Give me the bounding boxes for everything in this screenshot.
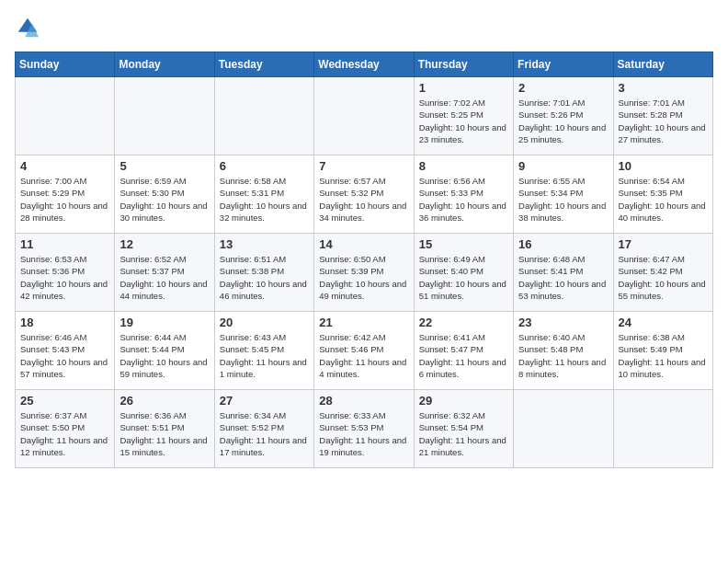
- calendar-cell: 17Sunrise: 6:47 AMSunset: 5:42 PMDayligh…: [613, 234, 712, 312]
- calendar-cell: [214, 77, 313, 155]
- day-number: 21: [319, 316, 408, 329]
- calendar-cell: 23Sunrise: 6:40 AMSunset: 5:48 PMDayligh…: [514, 312, 613, 390]
- day-number: 28: [319, 394, 408, 408]
- day-number: 3: [619, 81, 708, 95]
- day-detail: Sunrise: 6:55 AMSunset: 5:34 PMDaylight:…: [518, 175, 608, 224]
- calendar-cell: 12Sunrise: 6:52 AMSunset: 5:37 PMDayligh…: [115, 234, 214, 312]
- calendar-cell: [314, 77, 414, 155]
- day-detail: Sunrise: 6:33 AMSunset: 5:53 PMDaylight:…: [319, 409, 408, 458]
- calendar-cell: 6Sunrise: 6:58 AMSunset: 5:31 PMDaylight…: [214, 155, 313, 234]
- calendar-cell: [16, 77, 115, 155]
- day-number: 12: [119, 237, 209, 251]
- day-detail: Sunrise: 6:43 AMSunset: 5:45 PMDaylight:…: [220, 331, 309, 380]
- weekday-header-wednesday: Wednesday: [314, 52, 414, 77]
- day-number: 14: [319, 237, 408, 251]
- week-row-5: 25Sunrise: 6:37 AMSunset: 5:50 PMDayligh…: [16, 390, 713, 468]
- calendar-cell: 11Sunrise: 6:53 AMSunset: 5:36 PMDayligh…: [16, 234, 115, 312]
- day-number: 5: [119, 159, 209, 173]
- weekday-header-thursday: Thursday: [414, 52, 513, 77]
- day-detail: Sunrise: 6:49 AMSunset: 5:40 PMDaylight:…: [419, 253, 508, 302]
- day-number: 2: [518, 81, 608, 95]
- calendar-cell: 7Sunrise: 6:57 AMSunset: 5:32 PMDaylight…: [314, 155, 414, 234]
- day-detail: Sunrise: 6:56 AMSunset: 5:33 PMDaylight:…: [419, 175, 508, 224]
- calendar-cell: 16Sunrise: 6:48 AMSunset: 5:41 PMDayligh…: [514, 234, 613, 312]
- day-detail: Sunrise: 6:41 AMSunset: 5:47 PMDaylight:…: [419, 331, 508, 380]
- day-number: 1: [419, 81, 508, 95]
- logo-icon: [15, 15, 40, 40]
- weekday-header-monday: Monday: [115, 52, 214, 77]
- day-number: 10: [619, 159, 708, 173]
- calendar-cell: 20Sunrise: 6:43 AMSunset: 5:45 PMDayligh…: [214, 312, 313, 390]
- day-detail: Sunrise: 6:48 AMSunset: 5:41 PMDaylight:…: [518, 253, 608, 302]
- calendar-cell: 13Sunrise: 6:51 AMSunset: 5:38 PMDayligh…: [214, 234, 313, 312]
- day-number: 25: [20, 394, 109, 408]
- calendar-cell: [514, 390, 613, 468]
- week-row-1: 1Sunrise: 7:02 AMSunset: 5:25 PMDaylight…: [16, 77, 713, 155]
- day-number: 24: [619, 316, 708, 329]
- day-detail: Sunrise: 6:38 AMSunset: 5:49 PMDaylight:…: [619, 331, 708, 380]
- logo: [15, 15, 44, 40]
- calendar-cell: 15Sunrise: 6:49 AMSunset: 5:40 PMDayligh…: [414, 234, 513, 312]
- day-detail: Sunrise: 6:40 AMSunset: 5:48 PMDaylight:…: [518, 331, 608, 380]
- day-detail: Sunrise: 7:00 AMSunset: 5:29 PMDaylight:…: [20, 175, 109, 224]
- weekday-header-row: SundayMondayTuesdayWednesdayThursdayFrid…: [16, 52, 713, 77]
- day-number: 9: [518, 159, 608, 173]
- calendar-cell: 21Sunrise: 6:42 AMSunset: 5:46 PMDayligh…: [314, 312, 414, 390]
- day-number: 27: [220, 394, 309, 408]
- day-number: 4: [20, 159, 109, 173]
- calendar-cell: 4Sunrise: 7:00 AMSunset: 5:29 PMDaylight…: [16, 155, 115, 234]
- day-number: 23: [518, 316, 608, 329]
- day-detail: Sunrise: 6:57 AMSunset: 5:32 PMDaylight:…: [319, 175, 408, 224]
- week-row-4: 18Sunrise: 6:46 AMSunset: 5:43 PMDayligh…: [16, 312, 713, 390]
- calendar-cell: 19Sunrise: 6:44 AMSunset: 5:44 PMDayligh…: [115, 312, 214, 390]
- calendar-cell: 3Sunrise: 7:01 AMSunset: 5:28 PMDaylight…: [613, 77, 712, 155]
- day-number: 8: [419, 159, 508, 173]
- day-detail: Sunrise: 7:01 AMSunset: 5:26 PMDaylight:…: [518, 97, 608, 145]
- day-number: 18: [20, 316, 109, 329]
- calendar-cell: [613, 390, 712, 468]
- calendar-cell: 26Sunrise: 6:36 AMSunset: 5:51 PMDayligh…: [115, 390, 214, 468]
- day-number: 13: [220, 237, 309, 251]
- day-detail: Sunrise: 6:46 AMSunset: 5:43 PMDaylight:…: [20, 331, 109, 380]
- calendar-cell: [115, 77, 214, 155]
- calendar-cell: 5Sunrise: 6:59 AMSunset: 5:30 PMDaylight…: [115, 155, 214, 234]
- day-number: 26: [119, 394, 209, 408]
- calendar-cell: 8Sunrise: 6:56 AMSunset: 5:33 PMDaylight…: [414, 155, 513, 234]
- day-detail: Sunrise: 6:50 AMSunset: 5:39 PMDaylight:…: [319, 253, 408, 302]
- day-detail: Sunrise: 6:34 AMSunset: 5:52 PMDaylight:…: [220, 409, 309, 458]
- calendar-cell: 28Sunrise: 6:33 AMSunset: 5:53 PMDayligh…: [314, 390, 414, 468]
- calendar-cell: 10Sunrise: 6:54 AMSunset: 5:35 PMDayligh…: [613, 155, 712, 234]
- calendar-cell: 18Sunrise: 6:46 AMSunset: 5:43 PMDayligh…: [16, 312, 115, 390]
- calendar-cell: 14Sunrise: 6:50 AMSunset: 5:39 PMDayligh…: [314, 234, 414, 312]
- day-detail: Sunrise: 6:54 AMSunset: 5:35 PMDaylight:…: [619, 175, 708, 224]
- day-detail: Sunrise: 6:51 AMSunset: 5:38 PMDaylight:…: [220, 253, 309, 302]
- day-detail: Sunrise: 6:53 AMSunset: 5:36 PMDaylight:…: [20, 253, 109, 302]
- day-number: 20: [220, 316, 309, 329]
- calendar-cell: 27Sunrise: 6:34 AMSunset: 5:52 PMDayligh…: [214, 390, 313, 468]
- calendar-table: SundayMondayTuesdayWednesdayThursdayFrid…: [15, 52, 713, 468]
- day-detail: Sunrise: 6:52 AMSunset: 5:37 PMDaylight:…: [119, 253, 209, 302]
- day-detail: Sunrise: 6:37 AMSunset: 5:50 PMDaylight:…: [20, 409, 109, 458]
- week-row-3: 11Sunrise: 6:53 AMSunset: 5:36 PMDayligh…: [16, 234, 713, 312]
- day-detail: Sunrise: 6:58 AMSunset: 5:31 PMDaylight:…: [220, 175, 309, 224]
- day-number: 17: [619, 237, 708, 251]
- day-detail: Sunrise: 6:32 AMSunset: 5:54 PMDaylight:…: [419, 409, 508, 458]
- day-detail: Sunrise: 7:01 AMSunset: 5:28 PMDaylight:…: [619, 97, 708, 145]
- day-number: 22: [419, 316, 508, 329]
- weekday-header-tuesday: Tuesday: [214, 52, 313, 77]
- day-number: 29: [419, 394, 508, 408]
- day-number: 7: [319, 159, 408, 173]
- day-number: 6: [220, 159, 309, 173]
- week-row-2: 4Sunrise: 7:00 AMSunset: 5:29 PMDaylight…: [16, 155, 713, 234]
- weekday-header-friday: Friday: [514, 52, 613, 77]
- calendar-cell: 22Sunrise: 6:41 AMSunset: 5:47 PMDayligh…: [414, 312, 513, 390]
- weekday-header-sunday: Sunday: [16, 52, 115, 77]
- day-number: 16: [518, 237, 608, 251]
- calendar-cell: 24Sunrise: 6:38 AMSunset: 5:49 PMDayligh…: [613, 312, 712, 390]
- weekday-header-saturday: Saturday: [613, 52, 712, 77]
- day-detail: Sunrise: 6:42 AMSunset: 5:46 PMDaylight:…: [319, 331, 408, 380]
- calendar-cell: 9Sunrise: 6:55 AMSunset: 5:34 PMDaylight…: [514, 155, 613, 234]
- day-detail: Sunrise: 6:36 AMSunset: 5:51 PMDaylight:…: [119, 409, 209, 458]
- day-number: 11: [20, 237, 109, 251]
- day-detail: Sunrise: 6:44 AMSunset: 5:44 PMDaylight:…: [119, 331, 209, 380]
